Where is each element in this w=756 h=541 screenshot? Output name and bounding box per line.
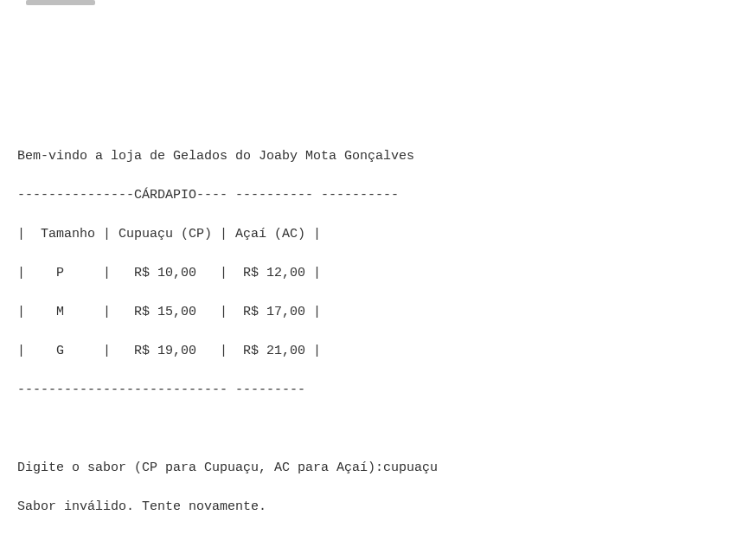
scrollbar-thumb[interactable] bbox=[26, 0, 95, 5]
menu-table-row-m: | M | R$ 15,00 | R$ 17,00 | bbox=[17, 303, 739, 323]
menu-footer-divider: --------------------------- --------- bbox=[17, 381, 739, 401]
menu-table-row-p: | P | R$ 10,00 | R$ 12,00 | bbox=[17, 264, 739, 284]
menu-header-divider: ---------------CÁRDAPIO---- ---------- -… bbox=[17, 186, 739, 206]
menu-table-row-g: | G | R$ 19,00 | R$ 21,00 | bbox=[17, 342, 739, 362]
prompt-sabor-1: Digite o sabor (CP para Cupuaçu, AC para… bbox=[17, 459, 739, 479]
error-sabor-invalid: Sabor inválido. Tente novamente. bbox=[17, 498, 739, 518]
blank-line bbox=[17, 420, 739, 440]
welcome-line: Bem-vindo a loja de Gelados do Joaby Mot… bbox=[17, 147, 739, 167]
blank-line bbox=[17, 537, 739, 542]
menu-table-header: | Tamanho | Cupuaçu (CP) | Açaí (AC) | bbox=[17, 225, 739, 245]
terminal-output-area: Bem-vindo a loja de Gelados do Joaby Mot… bbox=[17, 127, 739, 541]
